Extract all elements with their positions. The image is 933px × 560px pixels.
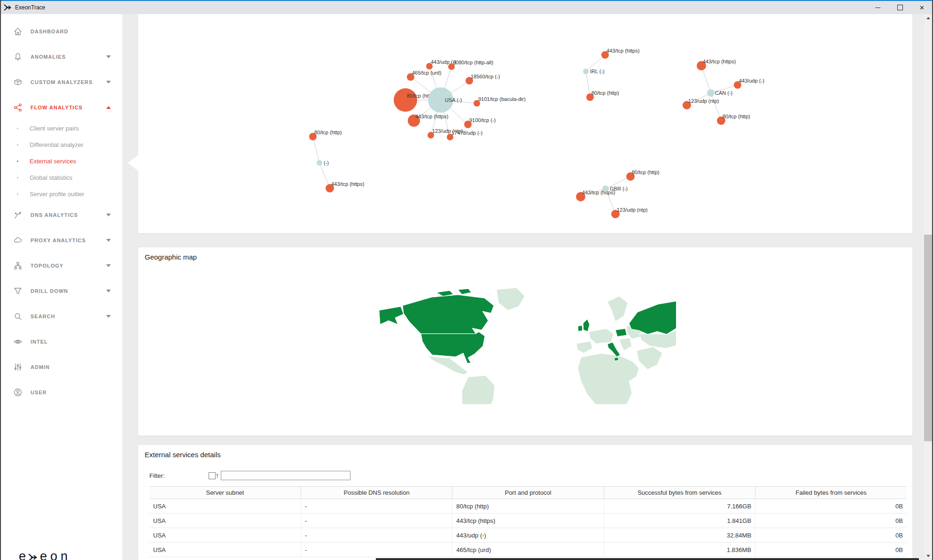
graph-node-hub[interactable] xyxy=(317,160,322,166)
column-header[interactable]: Failed bytes from services xyxy=(755,487,907,499)
graph-node-label: 17478/udp (-) xyxy=(451,130,482,136)
sidebar-item-external-services[interactable]: External services xyxy=(0,153,122,169)
scroll-down-button[interactable] xyxy=(924,552,932,560)
sidebar-item-label: TOPOLOGY xyxy=(31,263,63,268)
sidebar-item-custom-analyzers[interactable]: CUSTOM ANALYZERS xyxy=(0,69,122,95)
topology-icon xyxy=(13,261,23,270)
sidebar-item-dashboard[interactable]: DASHBOARD xyxy=(0,19,122,44)
filter-input[interactable] xyxy=(221,471,350,480)
graph-node-hub[interactable] xyxy=(707,89,715,97)
bullet-dot xyxy=(17,193,18,195)
table-cell: 80/tcp (http) xyxy=(452,499,604,514)
sidebar-item-dns-analytics[interactable]: DNS ANALYTICS xyxy=(0,202,122,228)
panel-title: Geographic map xyxy=(145,253,197,261)
graph-node-label: 443/udp (-) xyxy=(739,78,764,84)
sidebar-item-label: CUSTOM ANALYZERS xyxy=(31,79,93,85)
country-greenland xyxy=(497,288,525,310)
graph-node-label: 80/tcp (http) xyxy=(591,90,619,96)
table-cell: 0B xyxy=(755,543,907,557)
filter-negate-checkbox[interactable] xyxy=(209,472,216,479)
sidebar-item-drill-down[interactable]: DRILL DOWN xyxy=(0,278,122,304)
graph-node-label: 465/tcp (urd) xyxy=(412,70,441,76)
column-header[interactable]: Port and protocol xyxy=(452,487,604,499)
sidebar-subitem-label: Client server pairs xyxy=(30,125,79,132)
table-cell: USA xyxy=(149,514,301,528)
chevron-down-icon xyxy=(106,264,111,267)
country-india xyxy=(676,356,676,388)
graph-node-hub[interactable] xyxy=(583,69,589,74)
table-cell: - xyxy=(301,499,452,514)
graph-node-service[interactable] xyxy=(394,88,417,112)
window-border-bottom xyxy=(376,558,919,560)
column-header[interactable]: Server subnet xyxy=(149,487,301,499)
sidebar-item-differential-analyzer[interactable]: Differential analyzer xyxy=(0,137,122,153)
table-cell: 465/tcp (urd) xyxy=(452,543,604,557)
country-west-europe xyxy=(589,329,614,344)
network-graph-svg[interactable]: 443/udp (-)8080/tcp (http-alt)465/tcp (u… xyxy=(138,14,912,233)
graph-node-label: CAN (-) xyxy=(715,90,732,96)
graph-node-label: 123/udp (ntp) xyxy=(617,207,647,213)
sidebar-item-admin[interactable]: ADMIN xyxy=(0,354,122,380)
filter-row: Filter: ! xyxy=(149,471,350,480)
country-south-america xyxy=(462,376,495,404)
minimize-button[interactable] xyxy=(867,1,889,14)
table-row[interactable]: USA-465/tcp (urd)1.836MB0B xyxy=(149,543,907,557)
graph-node-label: 443/tcp (https) xyxy=(703,59,736,64)
scrollbar-thumb[interactable] xyxy=(924,235,932,441)
sidebar-item-client-server-pairs[interactable]: Client server pairs xyxy=(0,120,122,137)
country-africa xyxy=(578,353,639,404)
column-header[interactable]: Successful bytes from services xyxy=(604,487,755,499)
table-row[interactable]: USA-443/tcp (https)1.841GB0B xyxy=(149,514,907,528)
country-russia xyxy=(629,297,676,334)
sidebar-item-flow-analytics[interactable]: FLOW ANALYTICS xyxy=(0,95,122,120)
user-icon xyxy=(13,388,23,397)
window-border-left xyxy=(0,0,1,560)
country-middle-east xyxy=(637,347,662,369)
sidebar-item-anomalies[interactable]: ANOMALIES xyxy=(0,44,122,69)
sidebar-item-user[interactable]: USER xyxy=(0,380,122,405)
graph-node-label: IRL (-) xyxy=(590,69,605,74)
sidebar-item-search[interactable]: SEARCH xyxy=(0,304,122,329)
sidebar-subitem-label: External services xyxy=(30,158,76,165)
bullet-dot xyxy=(17,177,18,178)
column-header[interactable]: Possible DNS resolution xyxy=(301,487,452,499)
maximize-button[interactable] xyxy=(889,1,911,14)
sidebar-item-intel[interactable]: INTEL xyxy=(0,329,122,354)
table-cell: USA xyxy=(149,528,301,543)
cloud-icon xyxy=(13,236,23,245)
close-button[interactable]: ✕ xyxy=(911,1,933,14)
geographic-map-panel: Geographic map xyxy=(138,247,912,436)
titlebar: ExeonTrace ✕ xyxy=(0,0,933,14)
sidebar-item-label: DRILL DOWN xyxy=(31,288,68,294)
minimize-icon xyxy=(875,8,880,8)
exeon-x-icon xyxy=(4,4,11,11)
graph-node-label: 9101/tcp (bacula-dir) xyxy=(478,96,526,102)
chevron-down-icon xyxy=(106,55,111,58)
scroll-up-button[interactable] xyxy=(924,14,932,22)
table-cell: - xyxy=(301,528,452,543)
sidebar-item-global-statistics[interactable]: Global statistics xyxy=(0,169,122,186)
bullet-dot xyxy=(17,144,18,146)
country-iberia xyxy=(576,341,592,353)
sidebar-item-label: ANOMALIES xyxy=(31,54,66,60)
bullet-dot xyxy=(17,161,18,162)
sidebar-item-topology[interactable]: TOPOLOGY xyxy=(0,253,122,278)
graph-node-label: 9100/tcp (-) xyxy=(469,117,496,123)
sidebar-item-server-profile-outlier[interactable]: Server profile outlier xyxy=(0,186,122,202)
sidebar-item-proxy-analytics[interactable]: PROXY ANALYTICS xyxy=(0,228,122,253)
table-cell: 443/tcp (https) xyxy=(452,514,604,528)
graph-node-hub[interactable] xyxy=(602,185,609,192)
table-row[interactable]: USA-80/tcp (http)7.166GB0B xyxy=(149,499,907,514)
vertical-scrollbar[interactable] xyxy=(924,14,932,560)
filter-label: Filter: xyxy=(149,472,165,479)
country-alaska xyxy=(379,307,404,324)
table-row[interactable]: USA-443/udp (-)32.84MB0B xyxy=(149,528,907,543)
chevron-down-icon xyxy=(106,81,111,84)
country-poland xyxy=(615,329,627,337)
sliders-icon xyxy=(13,362,23,372)
table-cell: USA xyxy=(149,543,301,557)
graph-node-label: 443/tcp (https) xyxy=(606,48,639,54)
table-cell: 7.166GB xyxy=(604,499,755,514)
chevron-up-icon xyxy=(106,106,111,109)
external-services-details-panel: External services details Filter: ! Serv… xyxy=(138,445,912,560)
